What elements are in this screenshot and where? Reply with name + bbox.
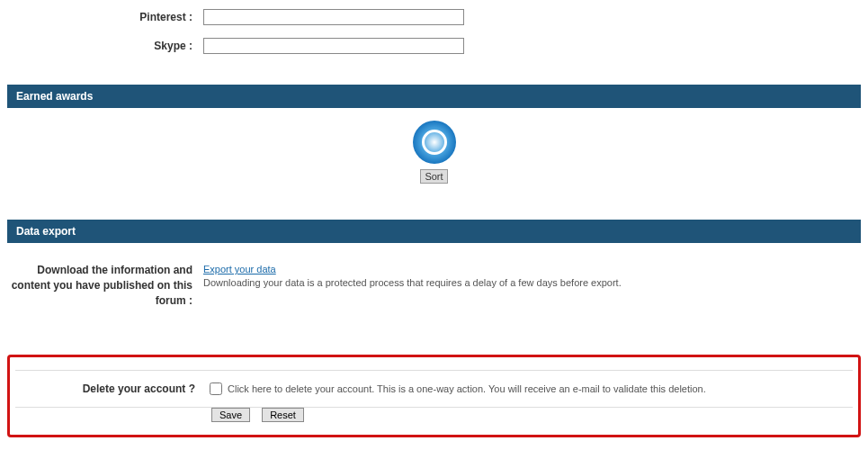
skype-label: Skype :	[7, 40, 203, 52]
data-export-header: Data export	[7, 220, 861, 243]
export-data-link[interactable]: Export your data	[203, 264, 276, 274]
earned-awards-header: Earned awards	[7, 85, 861, 108]
awards-body: Sort	[7, 108, 861, 193]
skype-input[interactable]	[203, 38, 464, 54]
award-badge-icon	[413, 121, 456, 164]
delete-account-description: Click here to delete your account. This …	[228, 383, 706, 394]
export-body: Download the information and content you…	[7, 243, 861, 328]
delete-account-label: Delete your account ?	[15, 382, 206, 395]
reset-button[interactable]: Reset	[262, 408, 304, 422]
pinterest-row: Pinterest :	[7, 5, 861, 29]
export-description: Downloading your data is a protected pro…	[203, 277, 622, 288]
skype-row: Skype :	[7, 34, 861, 58]
pinterest-label: Pinterest :	[7, 11, 203, 23]
pinterest-input[interactable]	[203, 9, 464, 25]
delete-account-box: Delete your account ? Click here to dele…	[7, 355, 861, 437]
export-label: Download the information and content you…	[7, 263, 203, 308]
delete-account-checkbox[interactable]	[210, 382, 222, 395]
sort-button[interactable]: Sort	[420, 169, 447, 184]
save-button[interactable]: Save	[211, 408, 250, 422]
